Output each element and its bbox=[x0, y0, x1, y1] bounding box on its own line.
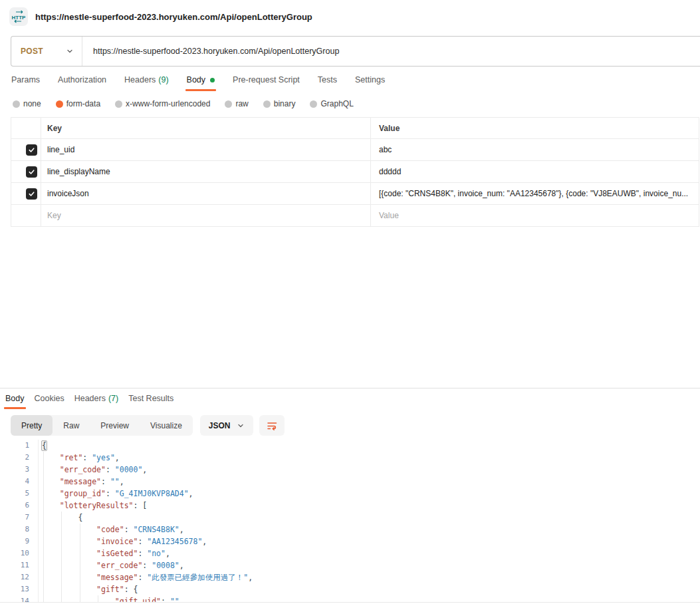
line-number: 11 bbox=[0, 559, 29, 571]
code-line: 13 "gift": { bbox=[0, 583, 700, 595]
radio-icon bbox=[56, 100, 63, 108]
code-line: 6 "lotteryResults": [ bbox=[0, 500, 700, 512]
value-cell-placeholder[interactable]: Value bbox=[371, 205, 699, 227]
url-input[interactable]: https://nestle-superfood-2023.horyuken.c… bbox=[82, 37, 700, 66]
line-number: 2 bbox=[0, 452, 29, 464]
value-cell[interactable]: ddddd bbox=[371, 161, 699, 183]
body-mode-label: raw bbox=[235, 99, 248, 108]
format-dropdown[interactable]: JSON bbox=[200, 415, 253, 436]
code-text: "isGeted": "no", bbox=[38, 547, 170, 559]
key-cell[interactable]: line_uid bbox=[41, 139, 371, 161]
body-mode-binary[interactable]: binary bbox=[263, 99, 296, 108]
svg-text:HTTP: HTTP bbox=[12, 15, 26, 21]
key-cell[interactable]: line_displayName bbox=[41, 161, 371, 183]
tab-count: (7) bbox=[108, 394, 118, 403]
view-mode-pretty[interactable]: Pretty bbox=[11, 415, 53, 436]
select-all-cell bbox=[11, 118, 41, 139]
radio-icon bbox=[13, 100, 20, 108]
tab-authorization[interactable]: Authorization bbox=[58, 75, 106, 91]
page-title: https://nestle-superfood-2023.horyuken.c… bbox=[35, 12, 312, 22]
checkbox-checked[interactable] bbox=[26, 188, 37, 200]
code-line: 11 "err_code": "0008", bbox=[0, 559, 700, 571]
body-mode-options: noneform-datax-www-form-urlencodedrawbin… bbox=[0, 98, 700, 110]
code-text: "code": "CRNS4B8K", bbox=[38, 524, 184, 535]
code-text: "message": "", bbox=[38, 476, 124, 488]
bottom-divider bbox=[0, 602, 700, 608]
tab-count: (9) bbox=[158, 75, 168, 84]
tab-label: Body bbox=[5, 394, 25, 403]
body-mode-graphql[interactable]: GraphQL bbox=[310, 99, 353, 108]
code-text: "err_code": "0008", bbox=[38, 559, 184, 571]
code-line: 4 "message": "", bbox=[0, 476, 700, 488]
response-tab-body[interactable]: Body bbox=[5, 394, 25, 409]
code-text: "gift": { bbox=[38, 583, 138, 595]
indent-guide bbox=[61, 512, 62, 607]
radio-icon bbox=[310, 100, 317, 108]
code-line: 10 "isGeted": "no", bbox=[0, 547, 700, 559]
request-header: HTTP https://nestle-superfood-2023.horyu… bbox=[0, 0, 700, 33]
tab-label: Authorization bbox=[58, 75, 106, 84]
key-cell-placeholder[interactable]: Key bbox=[41, 205, 371, 227]
table-row: line_displayNameddddd bbox=[11, 161, 699, 183]
table-header-row: Key Value bbox=[11, 118, 699, 139]
wrap-lines-button[interactable] bbox=[259, 415, 285, 436]
wrap-lines-icon bbox=[266, 420, 278, 432]
value-column-header: Value bbox=[371, 118, 699, 139]
response-tab-headers[interactable]: Headers(7) bbox=[74, 394, 119, 409]
radio-icon bbox=[225, 100, 232, 108]
view-mode-raw[interactable]: Raw bbox=[53, 415, 90, 436]
table-row: line_uidabc bbox=[11, 139, 699, 161]
value-cell[interactable]: abc bbox=[371, 139, 699, 161]
tab-label: Headers bbox=[74, 394, 106, 403]
response-tab-test-results[interactable]: Test Results bbox=[128, 394, 174, 409]
request-tabs: ParamsAuthorizationHeaders(9)BodyPre-req… bbox=[0, 75, 700, 91]
tab-label: Cookies bbox=[35, 394, 64, 403]
key-column-header: Key bbox=[41, 118, 371, 139]
body-mode-label: x-www-form-urlencoded bbox=[126, 99, 210, 108]
code-text: { bbox=[38, 512, 82, 524]
row-checkbox-cell bbox=[11, 205, 41, 227]
line-number: 8 bbox=[0, 524, 29, 535]
view-mode-preview[interactable]: Preview bbox=[90, 415, 140, 436]
value-cell[interactable]: [{code: "CRNS4B8K", invoice_num: "AA1234… bbox=[371, 183, 699, 205]
checkbox-checked[interactable] bbox=[26, 144, 37, 156]
line-number: 12 bbox=[0, 571, 29, 583]
response-tab-cookies[interactable]: Cookies bbox=[35, 394, 64, 409]
body-mode-x-www-form-urlencoded[interactable]: x-www-form-urlencoded bbox=[115, 99, 210, 108]
line-number: 4 bbox=[0, 476, 29, 488]
response-tabs: BodyCookiesHeaders(7)Test Results bbox=[0, 394, 700, 409]
body-mode-raw[interactable]: raw bbox=[225, 99, 248, 108]
body-mode-none[interactable]: none bbox=[13, 99, 41, 108]
radio-icon bbox=[263, 100, 271, 108]
tab-settings[interactable]: Settings bbox=[355, 75, 385, 91]
table-row-empty: KeyValue bbox=[11, 205, 699, 227]
response-toolbar: PrettyRawPreviewVisualize JSON bbox=[11, 415, 700, 436]
tab-pre-request-script[interactable]: Pre-request Script bbox=[233, 75, 300, 91]
code-text: "ret": "yes", bbox=[38, 452, 120, 464]
body-mode-label: form-data bbox=[66, 99, 100, 108]
tab-label: Tests bbox=[318, 75, 337, 84]
view-mode-visualize[interactable]: Visualize bbox=[140, 415, 193, 436]
line-number: 6 bbox=[0, 500, 29, 512]
line-number: 13 bbox=[0, 583, 29, 595]
key-cell[interactable]: invoiceJson bbox=[41, 183, 371, 205]
tab-params[interactable]: Params bbox=[11, 75, 40, 91]
url-bar: POST https://nestle-superfood-2023.horyu… bbox=[11, 36, 700, 67]
tab-body[interactable]: Body bbox=[187, 75, 215, 91]
tab-tests[interactable]: Tests bbox=[318, 75, 337, 91]
code-line: 8 "code": "CRNS4B8K", bbox=[0, 524, 700, 535]
method-label: POST bbox=[21, 47, 43, 56]
body-mode-form-data[interactable]: form-data bbox=[56, 99, 100, 108]
tab-headers[interactable]: Headers(9) bbox=[124, 75, 169, 91]
tab-label: Test Results bbox=[128, 394, 174, 403]
line-number: 7 bbox=[0, 512, 29, 524]
line-number: 9 bbox=[0, 535, 29, 547]
form-data-table: Key Value line_uidabcline_displayNameddd… bbox=[11, 117, 699, 227]
method-dropdown[interactable]: POST bbox=[11, 37, 82, 66]
tab-label: Body bbox=[187, 75, 206, 84]
checkbox-checked[interactable] bbox=[26, 166, 37, 178]
tab-label: Headers bbox=[124, 75, 156, 84]
code-line: 7 { bbox=[0, 512, 700, 524]
chevron-down-icon bbox=[66, 47, 74, 55]
line-number: 1 bbox=[0, 440, 29, 452]
